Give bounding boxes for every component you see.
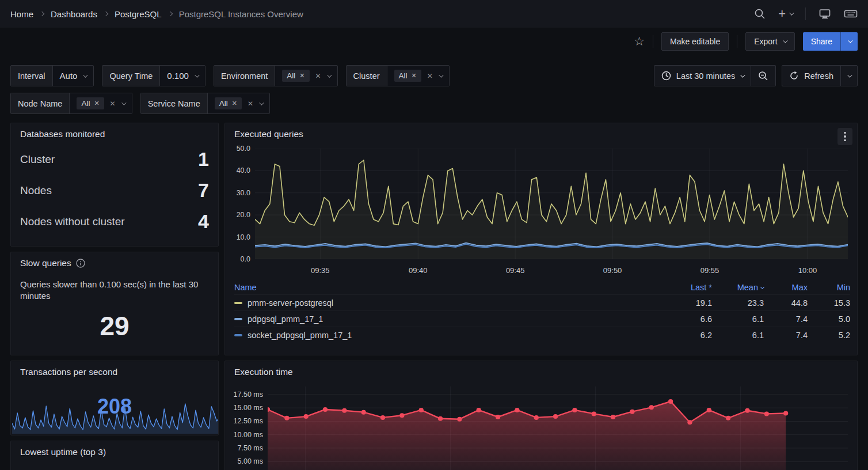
search-icon[interactable]: [754, 8, 766, 20]
filter-label: Service Name: [141, 93, 208, 113]
filter-chip[interactable]: All ✕: [77, 97, 104, 109]
series-last: 6.2: [660, 331, 712, 340]
panel-title[interactable]: Lowest uptime (top 3): [11, 441, 218, 457]
legend-row: pmm-server-postgresql 19.1 23.3 44.8 15.…: [234, 294, 850, 310]
breadcrumb-home[interactable]: Home: [10, 9, 33, 19]
filter-cluster[interactable]: Cluster All ✕ ✕: [346, 65, 450, 86]
panel-title-text: Slow queries: [20, 258, 71, 268]
filter-label: Node Name: [11, 93, 70, 113]
remove-chip-icon[interactable]: ✕: [232, 100, 237, 107]
stat-value: 4: [198, 210, 209, 233]
remove-chip-icon[interactable]: ✕: [412, 72, 417, 79]
legend-header-name[interactable]: Name: [234, 283, 660, 292]
breadcrumb-separator-icon: [167, 12, 172, 16]
legend-header-max[interactable]: Max: [764, 283, 808, 292]
filter-service-name[interactable]: Service Name All ✕ ✕: [140, 93, 270, 114]
filter-interval[interactable]: Interval Auto: [10, 65, 94, 86]
time-range-label: Last 30 minutes: [676, 71, 735, 81]
filter-chip[interactable]: All ✕: [394, 70, 421, 82]
info-icon[interactable]: [76, 259, 85, 268]
panel-title[interactable]: Slow queries: [11, 252, 218, 268]
legend-header-mean[interactable]: Mean: [712, 283, 764, 292]
series-min: 5.2: [808, 331, 850, 340]
legend-header-mean-label: Mean: [737, 283, 758, 292]
remove-chip-icon[interactable]: ✕: [299, 72, 304, 79]
filter-node-name[interactable]: Node Name All ✕ ✕: [10, 93, 132, 114]
filter-chip[interactable]: All ✕: [282, 70, 309, 82]
dashboard-grid: Databases monitored Cluster 1 Nodes 7 No…: [0, 120, 868, 470]
panel-transactions-per-second: Transactions per second 208: [10, 361, 219, 435]
dashboard-toolbar: ☆ Make editable Export Share: [0, 28, 868, 55]
clear-filter-icon[interactable]: ✕: [248, 100, 253, 108]
clock-icon: [661, 71, 671, 81]
breadcrumb-dashboards[interactable]: Dashboards: [51, 9, 97, 19]
clear-filter-icon[interactable]: ✕: [427, 72, 433, 80]
stat-row: Nodes without cluster 4: [20, 210, 209, 233]
share-menu-button[interactable]: [840, 32, 858, 51]
zoom-out-button[interactable]: [751, 65, 776, 86]
keyboard-icon[interactable]: [844, 8, 858, 20]
make-editable-button[interactable]: Make editable: [661, 32, 729, 51]
share-button[interactable]: Share: [803, 32, 840, 51]
refresh-label: Refresh: [804, 71, 833, 81]
panel-title[interactable]: Transactions per second: [11, 361, 218, 377]
divider: [737, 35, 737, 48]
clear-filter-icon[interactable]: ✕: [110, 100, 116, 108]
monitor-icon[interactable]: [818, 8, 831, 20]
refresh-icon: [789, 71, 799, 81]
filter-environment[interactable]: Environment All ✕ ✕: [214, 65, 338, 86]
stat-row: Nodes 7: [20, 179, 209, 202]
series-name: socket_pdpgsql_pmm_17_1: [248, 331, 352, 340]
execution-time-chart[interactable]: [268, 386, 848, 470]
export-label: Export: [754, 37, 777, 46]
stat-label: Nodes without cluster: [20, 215, 125, 228]
legend-header-last[interactable]: Last *: [660, 283, 712, 292]
series-mean: 6.1: [712, 331, 764, 340]
favorite-star-icon[interactable]: ☆: [634, 35, 645, 48]
y-axis-labels: 50.040.0 30.020.0 10.00.0: [231, 149, 255, 259]
series-name: pdpgsql_pmm_17_1: [248, 314, 323, 324]
breadcrumb-postgresql[interactable]: PostgreSQL: [115, 9, 162, 19]
series-mean: 6.1: [712, 314, 764, 324]
series-toggle[interactable]: pdpgsql_pmm_17_1: [234, 314, 660, 324]
legend-row: pdpgsql_pmm_17_1 6.6 6.1 7.4 5.0: [234, 310, 850, 327]
executed-queries-chart[interactable]: [255, 149, 848, 259]
panel-menu-kebab-icon[interactable]: [837, 128, 852, 145]
remove-chip-icon[interactable]: ✕: [94, 100, 99, 107]
panel-title[interactable]: Databases monitored: [11, 123, 218, 139]
chevron-down-icon: [195, 73, 199, 77]
time-range-picker[interactable]: Last 30 minutes: [654, 65, 751, 86]
chip-label: All: [81, 99, 90, 108]
new-menu-button[interactable]: +: [778, 7, 793, 20]
filter-chip[interactable]: All ✕: [215, 97, 242, 109]
series-toggle[interactable]: pmm-server-postgresql: [234, 298, 660, 308]
chevron-down-icon: [740, 73, 745, 77]
legend-header-min[interactable]: Min: [808, 283, 850, 292]
chevron-down-icon[interactable]: [259, 100, 264, 105]
series-color-swatch: [234, 334, 242, 336]
chevron-down-icon[interactable]: [439, 73, 443, 77]
panel-title[interactable]: Executed queries: [225, 123, 857, 139]
panel-title[interactable]: Execution time: [225, 361, 857, 377]
panel-databases-monitored: Databases monitored Cluster 1 Nodes 7 No…: [10, 123, 219, 247]
refresh-button[interactable]: Refresh: [782, 65, 841, 86]
divider: [653, 35, 653, 48]
refresh-interval-button[interactable]: [840, 65, 858, 86]
breadcrumb-separator-icon: [40, 12, 44, 16]
series-toggle[interactable]: socket_pdpgsql_pmm_17_1: [234, 331, 660, 340]
series-max: 44.8: [764, 298, 808, 308]
filter-query-time[interactable]: Query Time 0.100: [102, 65, 205, 86]
chevron-down-icon[interactable]: [327, 73, 332, 77]
chevron-down-icon[interactable]: [121, 100, 126, 105]
legend-header-row: Name Last * Mean Max Min: [234, 280, 850, 294]
plus-icon: +: [778, 7, 786, 20]
stat-value: 7: [198, 179, 209, 202]
export-button[interactable]: Export: [745, 32, 794, 51]
clear-filter-icon[interactable]: ✕: [315, 72, 321, 80]
breadcrumb: Home Dashboards PostgreSQL PostgreSQL In…: [10, 9, 303, 19]
tps-value: 208: [11, 395, 218, 419]
series-color-swatch: [234, 302, 242, 304]
series-min: 15.3: [808, 298, 850, 308]
filter-value: 0.100: [167, 71, 189, 81]
panel-execution-time: Execution time 17.50 ms15.00 ms 12.50 ms…: [224, 361, 858, 470]
